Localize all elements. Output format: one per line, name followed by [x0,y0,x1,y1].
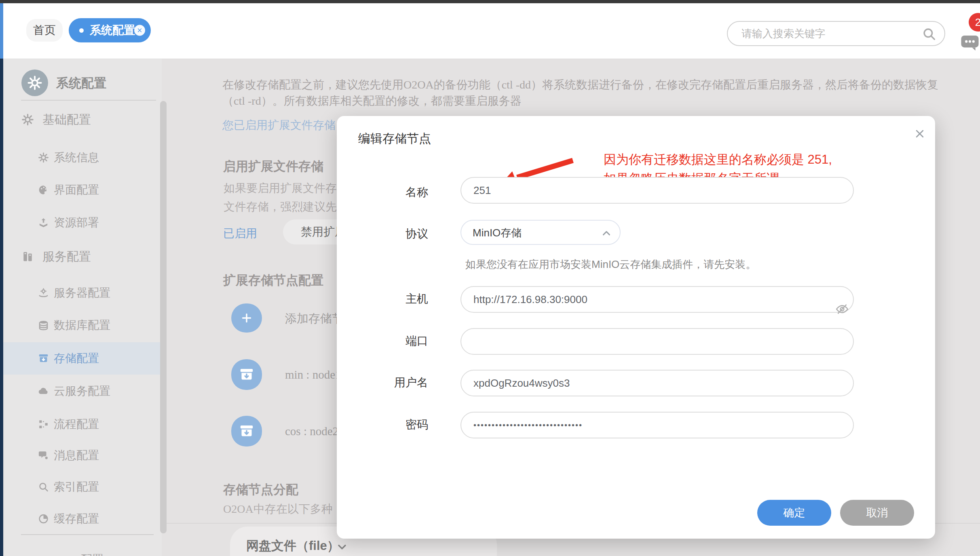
sidebar-divider [21,100,156,101]
storage-icon [38,353,49,364]
chevron-up-icon [600,227,612,239]
tab-system-config[interactable]: 系统配置 [69,18,151,42]
sidebar-item-cloud-service-config[interactable]: 云服务配置 [3,375,162,407]
search-box [727,21,945,46]
messages-icon[interactable] [960,34,980,52]
search-input[interactable] [741,22,915,45]
sidebar-item-system-info[interactable]: 系统信息 [3,141,162,174]
sidebar-item-interface-config[interactable]: 界面配置 [3,174,162,206]
sidebar-item-label: 数据库配置 [54,318,110,333]
sidebar-item-json-config[interactable]: JSON配置 [3,543,162,556]
storage-node-icon[interactable] [231,359,262,390]
topbar: 首页 系统配置 [3,3,980,59]
storage-node-assign-heading: 存储节点分配 [223,481,298,498]
tab-system-config-label: 系统配置 [90,23,135,38]
password-input[interactable] [460,412,854,438]
search-icon[interactable] [922,27,936,41]
left-edge-accent [0,59,3,556]
sidebar-item-server-config[interactable]: 服务器配置 [3,277,162,309]
sidebar-item-label: 服务配置 [42,249,91,265]
edit-storage-node-modal: 编辑存储节点 因为你有迁移数据这里的名称必须是 251, 如果忽略历史数据那名字… [337,116,935,539]
sidebar-item-basic-config[interactable]: 基础配置 [3,103,162,136]
storage-node-icon[interactable] [231,416,262,446]
modal-close-icon[interactable] [911,125,929,143]
enable-extended-storage-desc-line2: 文件存储，强烈建议先 [224,199,337,215]
confirm-button[interactable]: 确定 [757,500,831,526]
sidebar-item-label: 界面配置 [54,182,99,198]
protocol-helper-text: 如果您没有在应用市场安装MinIO云存储集成插件，请先安装。 [465,257,756,272]
sidebar-item-label: 存储配置 [54,351,99,366]
username-field-label: 用户名 [355,375,428,390]
database-icon [38,320,49,331]
sidebar-scrollbar[interactable] [160,101,167,533]
extended-storage-enabled-link[interactable]: 您已启用扩展文件存储 [222,118,336,133]
pie-icon [38,514,49,524]
sidebar-item-message-config[interactable]: 消息配置 [3,439,162,472]
sidebar-item-database-config[interactable]: 数据库配置 [3,309,162,341]
sidebar-item-label: 流程配置 [54,417,99,432]
sidebar-item-label: 基础配置 [42,112,91,128]
flow-icon [38,419,49,430]
sidebar-item-label: 索引配置 [54,479,99,495]
storage-node-assign-desc: O2OA中存在以下多种 [223,501,333,517]
enabled-status-label: 已启用 [223,226,257,241]
protocol-field-label: 协议 [355,226,428,242]
sidebar-item-label: 系统信息 [54,150,99,165]
left-edge-accent-top [0,3,3,59]
password-field-label: 密码 [355,417,428,432]
active-tab-dot [79,28,84,33]
storage-node-min-label[interactable]: min : node1 [285,368,341,381]
sidebar-item-cache-config[interactable]: 缓存配置 [3,503,162,535]
search-icon [38,482,49,493]
cloud-icon [38,386,49,397]
sidebar-item-label: 资源部署 [54,215,99,230]
enable-extended-storage-heading: 启用扩展文件存储 [223,158,323,175]
sidebar-divider-bottom [21,534,154,535]
name-field-label: 名称 [355,185,428,200]
extended-storage-nodes-heading: 扩展存储节点配置 [223,272,323,289]
sidebar-item-label: 缓存配置 [54,511,99,527]
deploy-icon [38,217,49,228]
chat-icon [38,450,49,461]
enable-extended-storage-desc-line1: 如果要启用扩展文件存 [224,181,337,196]
add-storage-node-label: 添加存储节 [285,311,344,327]
add-storage-node-button[interactable] [231,303,262,333]
modal-title: 编辑存储节点 [358,131,431,147]
service-gear-icon [38,288,49,299]
sidebar-item-service-config[interactable]: 服务配置 [3,240,162,273]
storage-node-cos-label[interactable]: cos : node2 - [285,425,345,438]
sidebar: 系统配置 基础配置系统信息界面配置资源部署服务配置服务器配置数据库配置存储配置云… [3,59,162,556]
sidebar-item-index-config[interactable]: 索引配置 [3,471,162,503]
file-storage-panel-label: 网盘文件（file） [246,537,340,554]
host-field-label: 主机 [355,291,428,307]
palette-icon [38,185,49,196]
browser-chrome-strip [0,0,980,3]
host-input[interactable] [460,286,854,313]
system-config-avatar [21,70,48,96]
eye-slash-icon[interactable] [835,302,849,316]
username-input[interactable] [460,370,854,396]
screen: 首页 系统配置 2 系统配置 基础配置系统信息界面配置资源部署服务配置服务器配置… [0,0,980,556]
sidebar-item-label: JSON配置 [54,552,103,556]
name-input[interactable] [460,177,854,204]
protocol-select[interactable]: MinIO存储 [460,220,621,245]
protocol-select-value: MinIO存储 [473,226,522,240]
storage-notice-text: 在修改存储配置之前，建议您先使用O2OA的备份功能（ctl -dd）将系统数据进… [222,77,950,109]
sidebar-item-process-config[interactable]: 流程配置 [3,408,162,440]
cancel-button[interactable]: 取消 [840,500,914,526]
sidebar-item-storage-config[interactable]: 存储配置 [3,342,162,375]
tab-home[interactable]: 首页 [26,19,63,42]
sidebar-title: 系统配置 [56,75,106,92]
sidebar-item-label: 服务器配置 [54,285,110,301]
chevron-down-icon[interactable] [336,541,348,554]
sidebar-item-label: 消息配置 [54,448,99,463]
gear-icon [38,152,49,163]
server-icon [21,251,34,263]
tab-close-icon[interactable] [134,25,145,36]
port-input[interactable] [460,328,854,355]
sidebar-item-resource-deploy[interactable]: 资源部署 [3,206,162,239]
sidebar-item-label: 云服务配置 [54,383,110,399]
gear-icon [21,114,34,126]
port-field-label: 端口 [355,333,428,349]
